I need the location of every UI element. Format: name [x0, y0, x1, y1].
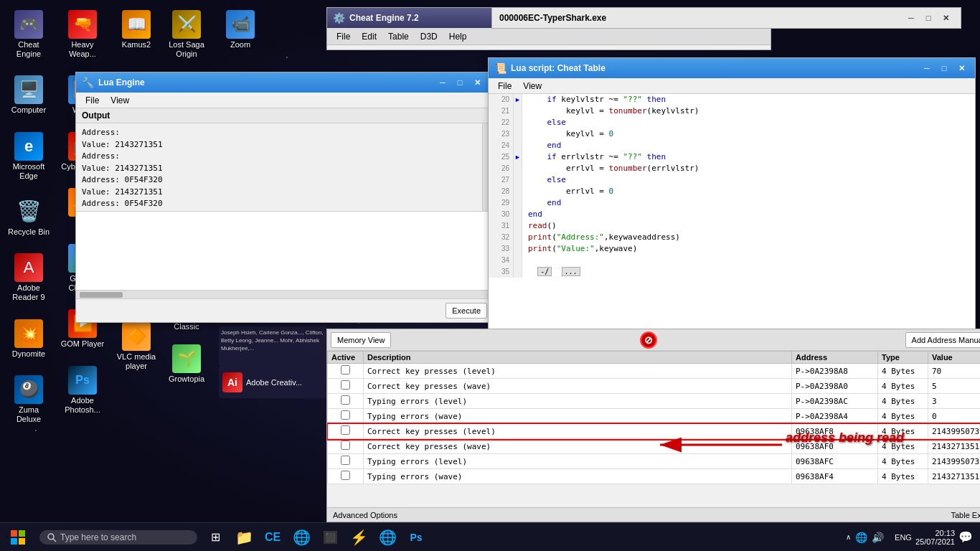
icon-label-gom: GOM Player: [61, 339, 105, 349]
addr-max-btn[interactable]: □: [920, 11, 936, 24]
lua-minimize-btn[interactable]: ─: [435, 76, 451, 89]
cell-active-0[interactable]: [328, 364, 364, 379]
cell-type-3: 4 Bytes: [878, 409, 928, 424]
desktop-icon-photoshop[interactable]: Ps Adobe Photosh...: [57, 363, 108, 418]
cell-active-5[interactable]: [328, 439, 364, 454]
cell-active-1[interactable]: [328, 379, 364, 394]
network-icon[interactable]: 🌐: [855, 532, 867, 543]
svg-point-5: [48, 534, 54, 540]
cheat-table-icon: 📜: [494, 62, 507, 74]
ce-menu-help[interactable]: Help: [443, 30, 473, 43]
taskbar-app-1[interactable]: CE: [258, 523, 287, 552]
advanced-options-label[interactable]: Advanced Options: [333, 511, 397, 519]
ct-minimize-btn[interactable]: ─: [919, 62, 935, 75]
clock-time[interactable]: 20:13: [915, 529, 955, 537]
table-extras-label[interactable]: Table Extras: [951, 511, 980, 519]
cell-active-4[interactable]: [328, 424, 364, 439]
cell-active-3[interactable]: [328, 409, 364, 424]
desktop-icon-heavy[interactable]: 🔫 Heavy Weap...: [57, 7, 108, 62]
taskbar-app-2[interactable]: ⬛: [316, 523, 344, 552]
desktop-icon-zoom[interactable]: 📹 Zoom: [215, 7, 265, 52]
ct-menu-file[interactable]: File: [492, 80, 517, 93]
cheat-table-title: Lua script: Cheat Table: [511, 63, 606, 73]
checkbox-0[interactable]: [341, 365, 350, 375]
cheat-table-titlebar[interactable]: 📜 Lua script: Cheat Table ─ □ ✕: [489, 58, 975, 78]
language-indicator[interactable]: ENG: [895, 533, 912, 542]
ce-menu-table[interactable]: Table: [382, 30, 415, 43]
taskbar-app-3[interactable]: ⚡: [344, 523, 373, 552]
ct-maximize-btn[interactable]: □: [936, 62, 952, 75]
ct-menu-view[interactable]: View: [517, 80, 547, 93]
lua-menu-file[interactable]: File: [80, 94, 105, 107]
checkbox-7[interactable]: [341, 471, 350, 480]
icon-label-photoshop: Adobe Photosh...: [60, 396, 105, 415]
chrome-taskbar-icon: 🌐: [293, 529, 311, 546]
checkbox-3[interactable]: [341, 410, 350, 420]
cell-val-0: 70: [928, 364, 981, 379]
desktop-icon-zuma[interactable]: 🎱 Zuma Deluxe: [4, 372, 54, 427]
taskbar-app-4[interactable]: 🌐: [373, 523, 402, 552]
desktop-icon-growtopia[interactable]: 🌱 Growtopia: [161, 342, 212, 387]
desktop-icon-edge[interactable]: e Microsoft Edge: [4, 129, 54, 184]
svg-rect-3: [11, 538, 17, 545]
icon-label-vlc: VLC media player: [114, 352, 159, 371]
col-description: Description: [364, 352, 792, 364]
start-button[interactable]: [0, 523, 36, 552]
ce-menu-file[interactable]: File: [331, 30, 356, 43]
notification-icon[interactable]: 💬: [958, 530, 973, 544]
clock-date[interactable]: 25/07/2021: [915, 537, 955, 546]
lua-script-input[interactable]: [76, 212, 491, 291]
task-view-btn[interactable]: ⊞: [201, 523, 230, 552]
lua-menu-view[interactable]: View: [105, 94, 135, 107]
file-explorer-icon: 📁: [235, 529, 253, 546]
taskbar-chrome[interactable]: 🌐: [287, 523, 316, 552]
desktop-icon-kamus[interactable]: 📖 Kamus2: [111, 7, 161, 52]
cell-active-6[interactable]: [328, 454, 364, 469]
addr-min-btn[interactable]: ─: [903, 11, 919, 24]
taskbar-photoshop[interactable]: Ps: [402, 523, 430, 552]
lua-close-btn[interactable]: ✕: [469, 76, 485, 89]
cheat-table-controls: ─ □ ✕: [919, 62, 969, 75]
desktop-icon-dynomite[interactable]: 💥 Dynomite: [4, 316, 54, 362]
checkbox-4[interactable]: [341, 425, 350, 435]
checkbox-1[interactable]: [341, 380, 350, 390]
taskbar-file-explorer[interactable]: 📁: [230, 523, 258, 552]
checkbox-6[interactable]: [341, 456, 350, 465]
lua-engine-titlebar[interactable]: 🔧 Lua Engine ─ □ ✕: [76, 72, 491, 93]
cell-desc-1: Correct key presses (wave): [364, 379, 792, 394]
cell-val-6: 2143995073: [928, 454, 981, 469]
desktop-icon-cheat-engine[interactable]: 🎮 Cheat Engine: [4, 7, 54, 62]
add-address-btn[interactable]: Add Address Manually: [905, 332, 980, 348]
search-icon: [47, 532, 57, 542]
memory-view-btn[interactable]: Memory View: [331, 332, 391, 348]
ce-menu-edit[interactable]: Edit: [356, 30, 382, 43]
address-table-container[interactable]: Active Description Address Type Value Co…: [327, 351, 980, 507]
desktop-icon-vlc[interactable]: 🔶 VLC media player: [111, 319, 161, 374]
lua-maximize-btn[interactable]: □: [452, 76, 468, 89]
lua-h-scrollbar[interactable]: [76, 290, 491, 298]
cell-addr-0: P->0A2398A8: [792, 364, 878, 379]
desktop-icon-computer[interactable]: 🖥️ Computer: [4, 72, 54, 118]
addr-close-btn[interactable]: ✕: [938, 11, 953, 24]
cell-type-7: 4 Bytes: [878, 469, 928, 484]
lua-execute-btn[interactable]: Execute: [446, 303, 487, 319]
checkbox-2[interactable]: [341, 395, 350, 405]
stop-btn[interactable]: ⊘: [640, 331, 657, 349]
taskbar-app-1-icon: CE: [265, 531, 281, 544]
checkbox-5[interactable]: [341, 441, 350, 450]
desktop-icon-adobe-reader[interactable]: A Adobe Reader 9: [4, 250, 54, 305]
cell-active-7[interactable]: [328, 469, 364, 484]
ct-close-btn[interactable]: ✕: [953, 62, 969, 75]
code-editor[interactable]: 20 ► if keylvlstr ~= "??" then 21 keylvl…: [489, 94, 975, 357]
output-line: Value: 2143271351: [82, 163, 476, 175]
search-bar[interactable]: Type here to search: [39, 530, 197, 545]
desktop-icon-area-left: 🎮 Cheat Engine 🖥️ Computer e Microsoft E…: [0, 0, 57, 502]
adobe-creative-bar[interactable]: Ai Adobe Creativ...: [219, 366, 330, 398]
tray-expand-icon[interactable]: ∧: [846, 533, 851, 541]
desktop-icon-lost-saga[interactable]: ⚔️ Lost Saga Origin: [161, 7, 212, 62]
desktop-icon-recycle[interactable]: 🗑️ Recycle Bin: [4, 194, 54, 240]
cell-active-2[interactable]: [328, 394, 364, 409]
sound-icon[interactable]: 🔊: [872, 532, 884, 543]
ce-menu-d3d[interactable]: D3D: [415, 30, 443, 43]
taskbar-app-2-icon: ⬛: [324, 531, 337, 544]
